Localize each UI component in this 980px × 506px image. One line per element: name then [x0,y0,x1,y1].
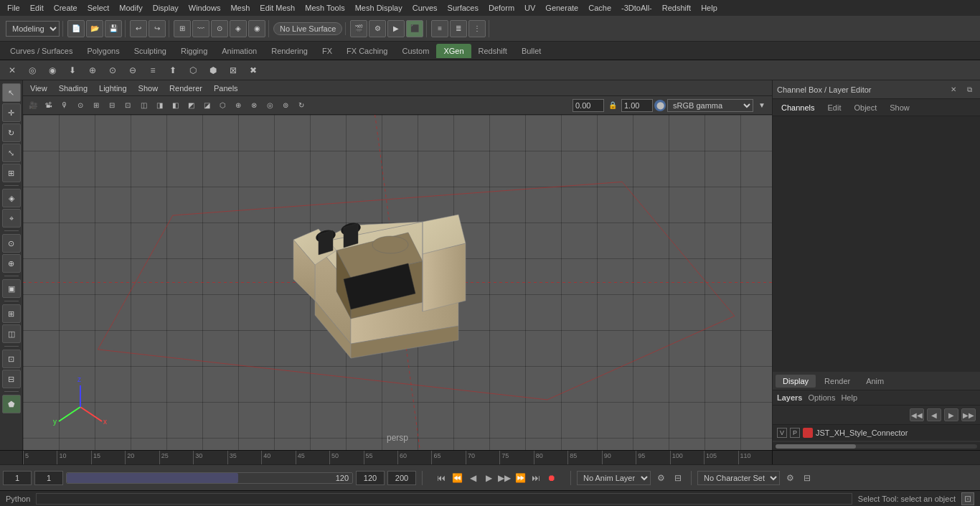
redo-btn[interactable]: ↪ [149,20,166,37]
vp-menu-shading[interactable]: Shading [55,83,92,94]
tab-show[interactable]: Show [884,101,915,114]
vp-icon9[interactable]: ◨ [152,98,166,113]
pb-record-btn[interactable]: ⏺ [545,471,559,485]
xgen-icon-9[interactable]: ⬆ [164,62,182,78]
xgen-icon-5[interactable]: ⊕ [83,62,102,78]
workspace-select[interactable]: Modeling [6,21,60,37]
vp-icon16[interactable]: ◎ [263,98,277,113]
rotate-tool-btn[interactable]: ↻ [2,123,21,142]
xgen-icon-12[interactable]: ⊠ [224,62,242,78]
quick-layout-btn[interactable]: ⊟ [2,370,21,388]
snap-grid-btn[interactable]: ⊞ [174,20,191,37]
lasso-btn[interactable]: ⌖ [2,209,21,228]
render-btn[interactable]: 🎬 [350,20,367,37]
snap-point-btn[interactable]: ⊙ [211,20,228,37]
layer-btn[interactable]: ▣ [2,279,21,298]
grid-btn[interactable]: ⊞ [2,304,21,323]
layer-prev-btn[interactable]: ◀◀ [910,408,924,421]
tab-redshift[interactable]: Redshift [471,44,514,58]
new-file-btn[interactable]: 📄 [67,20,85,37]
xgen-icon-3[interactable]: ◉ [43,62,62,78]
vp-menu-show[interactable]: Show [134,83,163,94]
soft-select-btn[interactable]: ◉ [248,20,265,37]
vp-input-val2[interactable]: 1.00 [621,99,653,112]
range-max-input[interactable]: 120 [356,471,385,485]
tab-render[interactable]: Render [817,375,857,388]
vp-mic-btn[interactable]: 🎙 [57,98,72,113]
tab-rendering[interactable]: Rendering [264,44,315,58]
vp-camera-btn[interactable]: 🎥 [26,98,40,113]
wireframe-btn[interactable]: ◫ [2,324,21,343]
xgen-icon-13[interactable]: ✖ [244,62,263,78]
menu-file[interactable]: File [3,2,24,14]
current-frame-input[interactable]: 1 [3,471,32,485]
vp-menu-panels[interactable]: Panels [209,83,242,94]
menu-create[interactable]: Create [50,2,82,14]
char-set-settings-btn[interactable]: ⚙ [783,471,797,485]
snap-pivot-btn[interactable]: ⊙ [2,234,21,253]
vp-gamma-select[interactable]: sRGB gamma [667,99,753,112]
range-start-input[interactable]: 1 [34,471,63,485]
tab-anim[interactable]: Anim [859,375,891,388]
snap-surface-btn[interactable]: ◈ [230,20,247,37]
vp-sphere-btn[interactable]: ⬤ [654,100,666,111]
vp-icon14[interactable]: ⊕ [231,98,245,113]
pb-end-btn[interactable]: ⏭ [529,471,543,485]
menu-edit[interactable]: Edit [26,2,48,14]
tab-fx-caching[interactable]: FX Caching [339,44,395,58]
xgen-icon-8[interactable]: ≡ [143,62,162,78]
range-out-input[interactable]: 200 [387,471,416,485]
tab-bullet[interactable]: Bullet [514,44,549,58]
vp-menu-view[interactable]: View [26,83,52,94]
outliner-btn[interactable]: ⋮ [468,20,486,37]
tab-fx[interactable]: FX [315,44,339,58]
menu-3dtool[interactable]: -3DtoAll- [617,2,656,14]
soft-select-btn[interactable]: ◈ [2,189,21,207]
xgen-icon-1[interactable]: ✕ [3,62,22,78]
viewport-canvas[interactable]: x y z [23,115,772,450]
channel-box-btn[interactable]: ≡ [431,20,448,37]
menu-cache[interactable]: Cache [584,2,616,14]
help-tab[interactable]: Help [841,393,857,402]
panel-float-btn[interactable]: ⧉ [963,83,976,96]
menu-windows[interactable]: Windows [184,2,225,14]
undo-btn[interactable]: ↩ [130,20,147,37]
hypershade-btn[interactable]: ⬟ [2,395,21,413]
history-btn[interactable]: ⊡ [2,350,21,368]
select-tool-btn[interactable]: ↖ [2,83,21,102]
pb-next-frame-btn[interactable]: ▶▶ [497,471,512,485]
layer-color-swatch[interactable] [803,428,813,438]
tab-rigging[interactable]: Rigging [174,44,215,58]
xgen-icon-7[interactable]: ⊖ [123,62,142,78]
tab-polygons[interactable]: Polygons [80,44,126,58]
layers-scrollbar[interactable] [773,441,980,450]
options-tab[interactable]: Options [808,393,835,402]
xgen-icon-6[interactable]: ⊙ [103,62,122,78]
menu-modify[interactable]: Modify [115,2,146,14]
open-file-btn[interactable]: 📂 [86,20,103,37]
char-set-select[interactable]: No Character Set [697,471,780,485]
pb-prev-frame-btn[interactable]: ◀ [466,471,480,485]
vp-icon17[interactable]: ⊚ [278,98,293,113]
menu-mesh[interactable]: Mesh [226,2,254,14]
menu-generate[interactable]: Generate [541,2,583,14]
menu-redshift[interactable]: Redshift [658,2,695,14]
layer-playback-btn[interactable]: P [790,428,800,438]
pb-play-btn[interactable]: ▶ [481,471,496,485]
vp-icon5[interactable]: ⊞ [89,98,103,113]
viewport-renderer-btn[interactable]: ⬛ [406,20,423,37]
tab-animation[interactable]: Animation [215,44,264,58]
render-settings-btn[interactable]: ⚙ [369,20,386,37]
pb-start-btn[interactable]: ⏮ [434,471,448,485]
xgen-icon-10[interactable]: ⬡ [184,62,202,78]
char-set-toggle-btn[interactable]: ⊟ [800,471,814,485]
last-tool-btn[interactable]: ⊞ [2,164,21,182]
layer-prev2-btn[interactable]: ◀ [927,408,941,421]
tab-channels[interactable]: Channels [776,101,820,114]
xgen-icon-4[interactable]: ⬇ [63,62,82,78]
vp-icon18[interactable]: ↻ [294,98,308,113]
menu-mesh-tools[interactable]: Mesh Tools [301,2,349,14]
vp-menu-renderer[interactable]: Renderer [165,83,207,94]
tab-display[interactable]: Display [776,375,816,388]
menu-edit-mesh[interactable]: Edit Mesh [255,2,299,14]
